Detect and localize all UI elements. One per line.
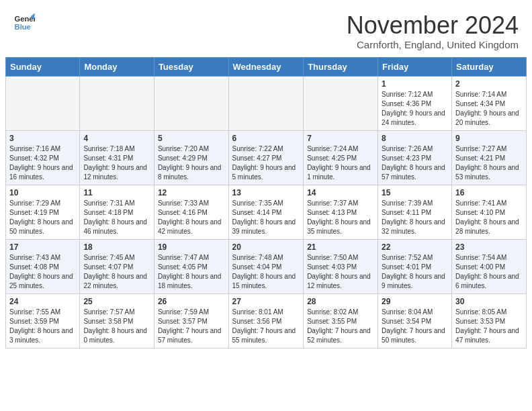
calendar-cell: 17Sunrise: 7:43 AM Sunset: 4:08 PM Dayli… xyxy=(6,239,80,293)
calendar-cell: 11Sunrise: 7:31 AM Sunset: 4:18 PM Dayli… xyxy=(80,185,154,239)
calendar-cell xyxy=(304,76,378,130)
day-info: Sunrise: 7:57 AM Sunset: 3:58 PM Dayligh… xyxy=(83,308,150,345)
svg-text:Blue: Blue xyxy=(15,23,31,31)
col-wednesday: Wednesday xyxy=(228,57,304,76)
calendar-cell: 28Sunrise: 8:02 AM Sunset: 3:55 PM Dayli… xyxy=(304,293,378,348)
day-info: Sunrise: 7:55 AM Sunset: 3:59 PM Dayligh… xyxy=(9,308,76,345)
calendar-cell: 13Sunrise: 7:35 AM Sunset: 4:14 PM Dayli… xyxy=(228,185,304,239)
day-number: 8 xyxy=(382,134,448,143)
day-number: 22 xyxy=(382,242,448,252)
day-number: 23 xyxy=(455,242,523,252)
calendar-cell: 6Sunrise: 7:22 AM Sunset: 4:27 PM Daylig… xyxy=(228,130,304,185)
day-number: 6 xyxy=(232,134,300,143)
day-info: Sunrise: 7:50 AM Sunset: 4:03 PM Dayligh… xyxy=(307,253,374,291)
calendar-cell: 24Sunrise: 7:55 AM Sunset: 3:59 PM Dayli… xyxy=(6,293,80,348)
calendar-cell: 15Sunrise: 7:39 AM Sunset: 4:11 PM Dayli… xyxy=(378,185,452,239)
calendar-cell: 30Sunrise: 8:05 AM Sunset: 3:53 PM Dayli… xyxy=(452,293,527,348)
day-number: 25 xyxy=(83,297,150,306)
calendar-week-1: 1Sunrise: 7:12 AM Sunset: 4:36 PM Daylig… xyxy=(6,76,527,130)
day-info: Sunrise: 7:37 AM Sunset: 4:13 PM Dayligh… xyxy=(307,199,374,236)
day-info: Sunrise: 7:45 AM Sunset: 4:07 PM Dayligh… xyxy=(83,253,150,291)
day-info: Sunrise: 8:04 AM Sunset: 3:54 PM Dayligh… xyxy=(382,308,448,345)
day-number: 13 xyxy=(232,188,300,197)
calendar-cell: 21Sunrise: 7:50 AM Sunset: 4:03 PM Dayli… xyxy=(304,239,378,293)
calendar-cell: 2Sunrise: 7:14 AM Sunset: 4:34 PM Daylig… xyxy=(452,76,527,130)
logo: General Blue xyxy=(13,12,35,34)
day-info: Sunrise: 7:35 AM Sunset: 4:14 PM Dayligh… xyxy=(232,199,300,236)
day-number: 20 xyxy=(232,242,300,252)
day-info: Sunrise: 8:02 AM Sunset: 3:55 PM Dayligh… xyxy=(307,308,374,345)
day-number: 10 xyxy=(9,188,76,197)
col-thursday: Thursday xyxy=(304,57,378,76)
calendar-cell xyxy=(154,76,228,130)
col-monday: Monday xyxy=(80,57,154,76)
col-friday: Friday xyxy=(378,57,452,76)
col-sunday: Sunday xyxy=(6,57,80,76)
calendar-cell: 16Sunrise: 7:41 AM Sunset: 4:10 PM Dayli… xyxy=(452,185,527,239)
calendar-table: Sunday Monday Tuesday Wednesday Thursday… xyxy=(5,57,527,349)
title-section: November 2024 Carnforth, England, United… xyxy=(347,12,519,50)
day-number: 19 xyxy=(158,242,225,252)
calendar-cell: 3Sunrise: 7:16 AM Sunset: 4:32 PM Daylig… xyxy=(6,130,80,185)
calendar-cell xyxy=(6,76,80,130)
day-info: Sunrise: 7:33 AM Sunset: 4:16 PM Dayligh… xyxy=(158,199,225,236)
day-info: Sunrise: 7:31 AM Sunset: 4:18 PM Dayligh… xyxy=(83,199,150,236)
day-info: Sunrise: 7:29 AM Sunset: 4:19 PM Dayligh… xyxy=(9,199,76,236)
day-info: Sunrise: 7:41 AM Sunset: 4:10 PM Dayligh… xyxy=(455,199,523,236)
calendar-week-4: 17Sunrise: 7:43 AM Sunset: 4:08 PM Dayli… xyxy=(6,239,527,293)
calendar-cell xyxy=(80,76,154,130)
day-info: Sunrise: 7:22 AM Sunset: 4:27 PM Dayligh… xyxy=(232,144,300,182)
day-info: Sunrise: 7:59 AM Sunset: 3:57 PM Dayligh… xyxy=(158,308,225,345)
calendar-wrap: Sunday Monday Tuesday Wednesday Thursday… xyxy=(0,57,532,354)
calendar-cell: 26Sunrise: 7:59 AM Sunset: 3:57 PM Dayli… xyxy=(154,293,228,348)
location: Carnforth, England, United Kingdom xyxy=(347,39,519,50)
day-info: Sunrise: 8:05 AM Sunset: 3:53 PM Dayligh… xyxy=(455,308,523,345)
day-number: 24 xyxy=(9,297,76,306)
day-number: 30 xyxy=(455,297,523,306)
calendar-cell: 10Sunrise: 7:29 AM Sunset: 4:19 PM Dayli… xyxy=(6,185,80,239)
calendar-cell: 1Sunrise: 7:12 AM Sunset: 4:36 PM Daylig… xyxy=(378,76,452,130)
day-info: Sunrise: 7:18 AM Sunset: 4:31 PM Dayligh… xyxy=(83,144,150,182)
calendar-week-5: 24Sunrise: 7:55 AM Sunset: 3:59 PM Dayli… xyxy=(6,293,527,348)
calendar-cell: 22Sunrise: 7:52 AM Sunset: 4:01 PM Dayli… xyxy=(378,239,452,293)
day-info: Sunrise: 7:43 AM Sunset: 4:08 PM Dayligh… xyxy=(9,253,76,291)
day-info: Sunrise: 7:24 AM Sunset: 4:25 PM Dayligh… xyxy=(307,144,374,182)
day-number: 27 xyxy=(232,297,300,306)
day-number: 16 xyxy=(455,188,523,197)
day-number: 18 xyxy=(83,242,150,252)
day-number: 7 xyxy=(307,134,374,143)
day-info: Sunrise: 7:20 AM Sunset: 4:29 PM Dayligh… xyxy=(158,144,225,182)
day-number: 12 xyxy=(158,188,225,197)
day-number: 28 xyxy=(307,297,374,306)
header: General Blue November 2024 Carnforth, En… xyxy=(0,0,532,57)
day-info: Sunrise: 7:54 AM Sunset: 4:00 PM Dayligh… xyxy=(455,253,523,291)
calendar-cell: 20Sunrise: 7:48 AM Sunset: 4:04 PM Dayli… xyxy=(228,239,304,293)
day-number: 5 xyxy=(158,134,225,143)
calendar-cell: 29Sunrise: 8:04 AM Sunset: 3:54 PM Dayli… xyxy=(378,293,452,348)
logo-icon: General Blue xyxy=(13,12,35,34)
day-info: Sunrise: 7:27 AM Sunset: 4:21 PM Dayligh… xyxy=(455,144,523,182)
calendar-cell: 23Sunrise: 7:54 AM Sunset: 4:00 PM Dayli… xyxy=(452,239,527,293)
calendar-cell: 8Sunrise: 7:26 AM Sunset: 4:23 PM Daylig… xyxy=(378,130,452,185)
month-title: November 2024 xyxy=(347,12,519,39)
day-number: 29 xyxy=(382,297,448,306)
day-info: Sunrise: 8:01 AM Sunset: 3:56 PM Dayligh… xyxy=(232,308,300,345)
day-number: 9 xyxy=(455,134,523,143)
calendar-cell: 7Sunrise: 7:24 AM Sunset: 4:25 PM Daylig… xyxy=(304,130,378,185)
col-tuesday: Tuesday xyxy=(154,57,228,76)
day-number: 11 xyxy=(83,188,150,197)
day-info: Sunrise: 7:48 AM Sunset: 4:04 PM Dayligh… xyxy=(232,253,300,291)
calendar-cell: 25Sunrise: 7:57 AM Sunset: 3:58 PM Dayli… xyxy=(80,293,154,348)
calendar-cell xyxy=(228,76,304,130)
calendar-week-3: 10Sunrise: 7:29 AM Sunset: 4:19 PM Dayli… xyxy=(6,185,527,239)
day-info: Sunrise: 7:16 AM Sunset: 4:32 PM Dayligh… xyxy=(9,144,76,182)
calendar-header-row: Sunday Monday Tuesday Wednesday Thursday… xyxy=(6,57,527,76)
calendar-cell: 5Sunrise: 7:20 AM Sunset: 4:29 PM Daylig… xyxy=(154,130,228,185)
calendar-cell: 4Sunrise: 7:18 AM Sunset: 4:31 PM Daylig… xyxy=(80,130,154,185)
day-number: 3 xyxy=(9,134,76,143)
calendar-cell: 18Sunrise: 7:45 AM Sunset: 4:07 PM Dayli… xyxy=(80,239,154,293)
calendar-cell: 12Sunrise: 7:33 AM Sunset: 4:16 PM Dayli… xyxy=(154,185,228,239)
calendar-cell: 27Sunrise: 8:01 AM Sunset: 3:56 PM Dayli… xyxy=(228,293,304,348)
day-info: Sunrise: 7:12 AM Sunset: 4:36 PM Dayligh… xyxy=(382,90,448,128)
calendar-cell: 9Sunrise: 7:27 AM Sunset: 4:21 PM Daylig… xyxy=(452,130,527,185)
